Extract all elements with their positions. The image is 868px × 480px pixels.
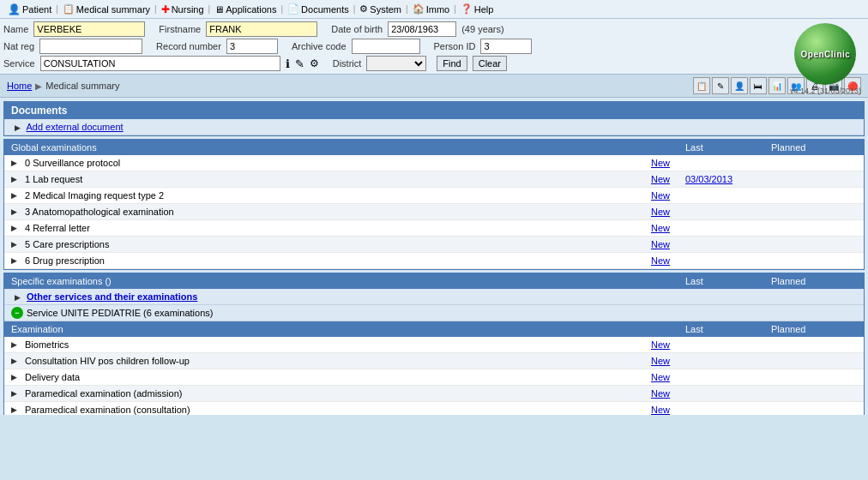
row-arrow[interactable]: ▶: [11, 224, 21, 232]
row-arrow[interactable]: ▶: [11, 240, 21, 249]
row-name: Biometrics: [25, 339, 651, 350]
table-row: ▶ 1 Lab request New 03/03/2013: [4, 171, 864, 188]
nav-system[interactable]: ⚙ System: [355, 3, 406, 15]
row-name: 4 Referral letter: [25, 223, 651, 233]
tool-btn-2[interactable]: ✎: [712, 77, 729, 94]
system-icon: ⚙: [359, 3, 368, 15]
natreg-label: Nat reg: [3, 41, 34, 51]
row-new-link[interactable]: New: [651, 255, 685, 266]
documents-section: Documents ▶ Add external document: [3, 101, 865, 136]
archive-input[interactable]: [352, 39, 420, 54]
row-arrow[interactable]: ▶: [11, 357, 21, 365]
patient-icon: 👤: [8, 3, 21, 15]
name-label: Name: [3, 24, 28, 34]
logo-text: OpenClinic: [801, 50, 851, 59]
dob-label: Date of birth: [331, 24, 383, 34]
table-row: ▶ Paramedical examination (consultation)…: [4, 402, 864, 415]
row-new-link[interactable]: New: [651, 207, 685, 217]
row-arrow[interactable]: ▶: [11, 340, 21, 349]
row-name: Paramedical examination (consultation): [25, 405, 651, 415]
row-arrow[interactable]: ▶: [11, 207, 21, 216]
row-name: 0 Surveillance protocol: [25, 158, 651, 168]
expand-arrow-other[interactable]: ▶: [15, 293, 21, 302]
dob-age: (49 years): [461, 24, 504, 34]
logo-version: v4.14.2 (31/03/2013): [790, 87, 861, 95]
table-row: ▶ 0 Surveillance protocol New: [4, 155, 864, 171]
global-exams-section: Global examinations Last Planned ▶ 0 Sur…: [3, 139, 865, 270]
row-new-link[interactable]: New: [651, 158, 685, 168]
table-row: ▶ Delivery data New: [4, 369, 864, 386]
row-arrow[interactable]: ▶: [11, 373, 21, 381]
pediatrie-exam-rows: ▶ Biometrics New ▶ Consultation HIV pos …: [4, 337, 864, 415]
tool-btn-4[interactable]: 🛏: [750, 77, 767, 94]
add-external-link[interactable]: Add external document: [26, 122, 123, 132]
exam-sub-header: Examination Last Planned: [4, 321, 864, 337]
person-id-input[interactable]: [480, 39, 532, 54]
edit-icon[interactable]: ✎: [295, 57, 304, 70]
expand-arrow[interactable]: ▶: [15, 123, 21, 132]
row-arrow[interactable]: ▶: [11, 389, 21, 398]
row-name: Paramedical examination (admission): [25, 388, 651, 399]
name-input[interactable]: [33, 21, 145, 37]
row-arrow[interactable]: ▶: [11, 159, 21, 167]
breadcrumb-current: Medical summary: [45, 81, 119, 91]
nav-nursing[interactable]: ✚ Nursing: [157, 3, 208, 16]
person-id-label: Person ID: [434, 41, 476, 51]
nav-patient[interactable]: 👤 Patient: [3, 3, 56, 16]
dob-input[interactable]: [388, 21, 456, 37]
nav-immo[interactable]: 🏠 Immo: [408, 3, 455, 15]
table-row: ▶ 2 Medical Imaging request type 2 New: [4, 188, 864, 204]
row-new-link[interactable]: New: [651, 174, 685, 184]
nav-medical-summary[interactable]: 📋 Medical summary: [58, 3, 154, 15]
firstname-input[interactable]: [206, 21, 317, 37]
breadcrumb-home[interactable]: Home: [7, 81, 32, 91]
row-new-link[interactable]: New: [651, 388, 685, 399]
find-button[interactable]: Find: [437, 56, 467, 71]
breadcrumb-bar: Home ▶ Medical summary 📋 ✎ 👤 🛏 📊 👥 🖨 📷 🔴: [0, 75, 868, 98]
row-new-link[interactable]: New: [651, 356, 685, 366]
add-external-row: ▶ Add external document: [4, 119, 864, 135]
table-row: ▶ 5 Care prescriptions New: [4, 237, 864, 253]
row-new-link[interactable]: New: [651, 223, 685, 233]
district-select[interactable]: [366, 56, 426, 71]
nav-help[interactable]: ❓ Help: [456, 3, 498, 15]
row-arrow[interactable]: ▶: [11, 256, 21, 265]
row-last[interactable]: 03/03/2013: [685, 174, 771, 184]
natreg-input[interactable]: [39, 39, 142, 54]
applications-icon: 🖥: [214, 4, 224, 15]
table-row: ▶ 4 Referral letter New: [4, 220, 864, 237]
nav-applications[interactable]: 🖥 Applications: [210, 3, 280, 15]
row-new-link[interactable]: New: [651, 372, 685, 382]
record-input[interactable]: [226, 39, 278, 54]
row-arrow[interactable]: ▶: [11, 405, 21, 414]
pediatrie-service-name: Service UNITE PEDIATRIE (6 examinations): [27, 308, 213, 318]
record-label: Record number: [156, 41, 221, 51]
pediatrie-expand-icon[interactable]: −: [11, 307, 23, 319]
nav-documents[interactable]: 📄 Documents: [283, 3, 353, 15]
other-services-link[interactable]: Other services and their examinations: [27, 291, 197, 302]
info-icon: ℹ: [286, 57, 290, 70]
breadcrumb-arrow: ▶: [35, 81, 42, 91]
openclinic-logo: OpenClinic v4.14.2 (31/03/2013): [790, 23, 861, 95]
global-exam-rows: ▶ 0 Surveillance protocol New ▶ 1 Lab re…: [4, 155, 864, 269]
medical-summary-icon: 📋: [63, 3, 75, 15]
row-arrow[interactable]: ▶: [11, 175, 21, 183]
row-new-link[interactable]: New: [651, 405, 685, 415]
row-new-link[interactable]: New: [651, 239, 685, 249]
immo-icon: 🏠: [413, 3, 425, 15]
tool-btn-5[interactable]: 📊: [769, 77, 786, 94]
top-nav: 👤 Patient | 📋 Medical summary | ✚ Nursin…: [0, 0, 868, 19]
row-new-link[interactable]: New: [651, 190, 685, 201]
archive-label: Archive code: [292, 41, 347, 51]
service-input[interactable]: [40, 56, 280, 71]
tool-btn-1[interactable]: 📋: [693, 77, 710, 94]
row-name: 6 Drug prescription: [25, 255, 651, 266]
tool-btn-3[interactable]: 👤: [731, 77, 748, 94]
settings-icon[interactable]: ⚙: [310, 57, 319, 69]
clear-button[interactable]: Clear: [473, 56, 507, 71]
row-arrow[interactable]: ▶: [11, 191, 21, 200]
documents-icon: 📄: [287, 3, 299, 15]
row-new-link[interactable]: New: [651, 339, 685, 350]
table-row: ▶ Biometrics New: [4, 337, 864, 353]
table-row: ▶ 3 Anatomopathological examination New: [4, 204, 864, 220]
